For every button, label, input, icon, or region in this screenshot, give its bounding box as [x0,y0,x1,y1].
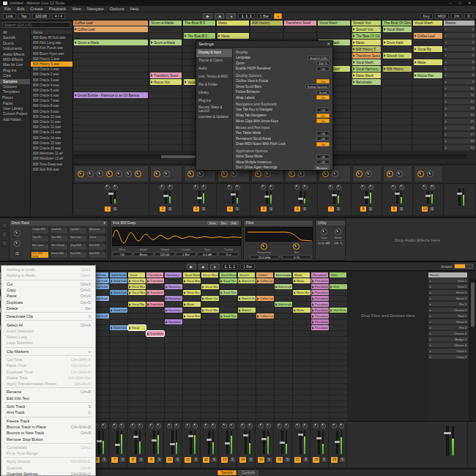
clip-coffee-leaf[interactable]: Coffee Leaf [74,26,148,32]
clip-transform-seed[interactable]: Transform Seed [352,53,381,59]
pan-knob[interactable] [294,185,300,190]
solo-button[interactable]: S [266,457,272,463]
clip-transform-seed[interactable]: Transform Seed [146,331,164,336]
solo-button[interactable]: S [268,207,274,212]
link-button[interactable]: Link [3,13,16,19]
sample-param-warp[interactable]: WarpOff [112,248,133,259]
track-header-transform-seed[interactable]: Transform Seed [284,21,317,26]
filter-knob[interactable] [261,243,267,250]
context-item-delete[interactable]: DeleteDel [1,305,95,311]
clip-matte[interactable]: Matte [352,40,381,45]
menu-options[interactable]: Options [110,7,124,11]
clip-percolator-achiever[interactable]: Percolator Achiever [311,319,329,324]
scene-slot-15[interactable]: ▸15 [444,119,475,124]
track-number-button[interactable]: 12 [203,457,209,463]
clip-sand-revive[interactable]: Sand Revive [220,290,237,295]
drum-rack-titlebar[interactable]: Drum Rack ▾ [10,220,108,226]
sample-titlebar[interactable]: Kick 808 Deep SaveRevEdit [111,220,241,226]
fader-handle[interactable] [108,193,114,195]
clip-matte[interactable]: Matte [293,308,310,313]
clip-hocus-vox[interactable]: Hocus Vox [150,79,182,85]
clip-coffee-leaf[interactable]: Coffee Leaf [414,33,442,39]
master-track-header[interactable]: Master [444,21,475,26]
clip-the-beat-b-9[interactable]: The Beat B 9 [184,33,215,39]
solo-button[interactable]: S [193,457,199,463]
send-knob[interactable] [336,185,341,190]
solo-button[interactable]: S [167,207,173,212]
browser-file[interactable]: 808 Oracle 14.wav [31,135,72,141]
settings-nav-audio[interactable]: Audio [196,65,232,73]
clip-coffee-leaf[interactable]: Coffee Leaf [256,313,274,319]
midi-map-toggle[interactable]: MIDI [435,13,449,19]
clip-matte[interactable]: Matte [183,302,201,307]
sample-param-mode[interactable]: ModeBeats [133,248,154,259]
solo-button[interactable]: S [284,457,291,463]
volume-fader[interactable] [427,191,429,204]
drum-pad-hat-open[interactable]: Hat Open [31,243,49,250]
browser-category-max-for-live[interactable]: Max for Live [0,62,30,67]
browser-file[interactable]: 808 Sub Roll.wav [31,167,72,172]
macro-knob[interactable] [87,171,94,177]
track-header-harmony[interactable]: Harmony [165,272,182,278]
key-map-toggle[interactable]: Key [420,13,433,19]
clip-matte-mash[interactable]: Matte Mash [183,290,201,295]
clip-glint[interactable]: Glint [330,284,347,289]
browser-file[interactable]: 808 Oracle 7.wav [31,98,72,103]
device-collapse-icon[interactable]: ▾ [104,220,105,226]
pan-knob[interactable] [105,185,110,190]
solo-button[interactable]: S [211,457,217,463]
browser-name-column-header[interactable]: Name [31,30,72,35]
browser-place-user-library[interactable]: User Library [0,106,30,111]
context-item-remove-stop-button[interactable]: Remove Stop Button [1,436,95,442]
browser-file[interactable]: 808 Bass 80 Sub.wav [31,35,72,40]
browser-file[interactable]: 808 Oracle 13.wav [31,130,72,135]
clip-drunk-bubble-patience-to-an-oil-barista[interactable]: Drunk Bubble - Patience to an Oil Barist… [74,92,148,98]
settings-control-permanent-scroll-areas[interactable]: Off [316,136,330,141]
settings-control-allow-sleep-mode[interactable]: Off [316,155,330,159]
track-header-glint[interactable]: Glint [330,272,347,278]
track-number-button[interactable]: 6 [294,207,300,212]
settings-control-follow-behavior[interactable]: Scroll [316,90,330,94]
clip-harmony[interactable]: Harmony [165,319,182,324]
clip-transform-seed[interactable]: Transform Seed [150,72,182,78]
solo-button[interactable]: S [302,207,308,212]
clip-808-history-5[interactable]: 808 History 5 [352,46,381,52]
send-knob[interactable] [156,423,161,428]
clip-coffee-loop[interactable]: Coffee Loop [256,296,274,301]
stop-button[interactable]: ■ [198,264,208,269]
clip-transform[interactable]: Transform [146,290,164,295]
drum-pad-maracas[interactable]: Maracas [88,227,106,234]
solo-button[interactable]: S [234,207,240,212]
browser-file[interactable]: 808 History 5.wav [31,62,72,67]
track-number-button[interactable]: 16 [276,457,283,463]
clip-transform-seed[interactable]: Transform Seed [146,278,164,283]
time-signature[interactable]: 4 / 4 [52,13,65,19]
clip-vocal-mash[interactable]: Vocal Mash [352,59,381,65]
search-input[interactable] [2,22,71,28]
track-header-coffee-leaf[interactable]: Coffee Leaf [73,21,149,26]
track-number-button[interactable]: 10 [422,207,428,212]
browser-file[interactable]: 808 Boom Hype.wav [31,51,72,56]
clip-the-beat-of-glint[interactable]: The Beat Of Glint [352,33,381,39]
scene-slot-verse-3[interactable]: ▸Verse 3 [428,319,468,324]
drum-pad-conga-808[interactable]: Conga 808 [31,227,49,234]
pan-knob[interactable] [149,423,154,428]
browser-place-add-folder[interactable]: Add Folder... [0,117,30,122]
scene-slot-11[interactable]: ▸11 [444,92,475,98]
clip-strum-a-mada[interactable]: Strum-a-Mada [150,40,182,45]
settings-control-use-tab-key-to-navigate[interactable]: Off [316,108,330,112]
clip-vocal[interactable]: Vocal [128,325,146,330]
fader-handle[interactable] [298,198,303,200]
macro-knob[interactable] [332,171,338,177]
volume-fader[interactable] [263,431,265,454]
pan-knob[interactable] [112,423,117,428]
browser-category-samples[interactable]: Samples [0,79,30,84]
sample-button-save[interactable]: Save [207,221,218,225]
clip-vocal-wash[interactable]: Vocal Wash [201,284,219,289]
solo-button[interactable]: S [429,207,435,212]
solo-button[interactable]: S [174,457,181,463]
track-number-button[interactable]: 7 [111,457,118,463]
settings-nav-theme-colors[interactable]: Theme & Colors [196,57,232,65]
context-item-duplicate[interactable]: DuplicateCtrl+D [1,299,95,305]
clip-matte-mash[interactable]: Matte Mash [352,72,381,78]
